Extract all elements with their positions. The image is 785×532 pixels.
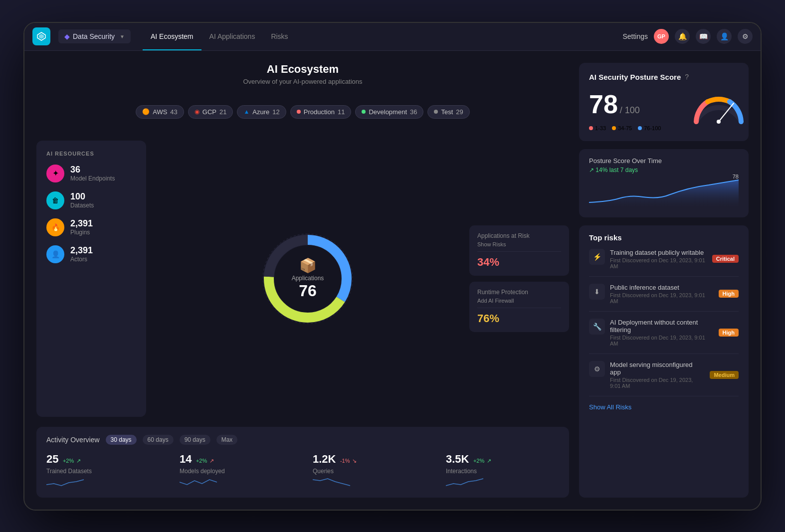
user-avatar[interactable]: GP	[654, 29, 669, 44]
score-denom: / 100	[620, 105, 640, 116]
production-dot	[297, 110, 301, 114]
risks-title: Top risks	[589, 233, 739, 242]
stat-queries-count: 1.2K	[313, 453, 336, 465]
datasets-icon: 🗑	[46, 191, 64, 209]
metric-runtime-value: 76%	[477, 312, 561, 325]
stat-queries-label: Queries	[313, 468, 426, 475]
development-dot	[362, 110, 366, 114]
cube-icon: 📦	[292, 257, 324, 274]
posture-time-card: Posture Score Over Time ↗ 14% last 7 day…	[579, 149, 749, 217]
risks-card: Top risks ⚡ Training dataset publicly wr…	[579, 225, 749, 498]
filter-production[interactable]: Production 11	[290, 105, 352, 119]
header: ◆ Data Security ▼ AI Ecosystem AI Applic…	[24, 23, 761, 51]
profile-icon[interactable]: 👤	[717, 29, 732, 44]
svg-point-8	[717, 120, 721, 124]
main-content: AI Ecosystem Overview of your AI-powered…	[24, 51, 761, 510]
svg-marker-1	[39, 34, 44, 39]
activity-stats: 25 +2% ↗ Trained Datasets	[46, 453, 559, 490]
resource-model-endpoints: ✦ 36 Model Endpoints	[46, 165, 136, 182]
time-90-days[interactable]: 90 days	[180, 435, 210, 445]
posture-card: AI Security Posture Score ? 78 / 100	[579, 63, 749, 141]
model-endpoints-label: Model Endpoints	[70, 175, 115, 182]
dashboard-main: AI RESOURCES ✦ 36 Model Endpoints 🗑 1	[36, 141, 569, 417]
metric-at-risk: Applications at Risk Show Risks 34%	[469, 225, 569, 276]
risk-name-1: Public inference dataset	[610, 284, 714, 291]
page-title: AI Ecosystem	[36, 63, 569, 76]
chevron-down-icon: ▼	[120, 34, 125, 39]
time-max[interactable]: Max	[216, 435, 238, 445]
donut-area: 📦 Applications 76	[156, 141, 459, 417]
azure-icon: ▲	[243, 108, 249, 115]
settings-gear-icon[interactable]: ⚙	[738, 29, 753, 44]
model-endpoints-count: 36	[70, 165, 115, 175]
stat-models-deployed: 14 +2% ↗ Models deployed	[180, 453, 293, 490]
show-all-risks-link[interactable]: Show All Risks	[589, 403, 739, 411]
stat-interactions-change: +2%	[473, 458, 484, 464]
stat-trained-change: +2%	[63, 458, 74, 464]
gcp-icon: ◉	[195, 108, 199, 115]
stat-models-count: 14	[180, 453, 192, 465]
posture-score-label: 78	[733, 174, 739, 179]
posture-time-change: ↗ 14% last 7 days	[589, 167, 739, 174]
book-icon[interactable]: 📖	[696, 29, 711, 44]
risk-item-3: ⚙ Model serving misconfigured app First …	[589, 361, 739, 396]
risk-name-3: Model serving misconfigured app	[610, 361, 705, 376]
risk-icon-1: ⬇	[589, 284, 605, 300]
posture-time-title: Posture Score Over Time	[589, 157, 739, 165]
page-title-area: AI Ecosystem Overview of your AI-powered…	[36, 63, 569, 85]
risk-name-2: AI Deployment without content filtering	[610, 319, 714, 334]
stat-trained-datasets: 25 +2% ↗ Trained Datasets	[46, 453, 160, 490]
plugins-label: Plugins	[70, 229, 93, 236]
stat-trained-label: Trained Datasets	[46, 468, 160, 475]
filter-aws[interactable]: 🟠 AWS 43	[136, 105, 184, 119]
legend-dot-high	[638, 126, 642, 130]
activity-title: Activity Overview	[46, 436, 100, 444]
donut-chart: 📦 Applications 76	[253, 224, 363, 334]
score-legend: 1-33 34-75 76-100	[589, 125, 739, 131]
legend-dot-low	[589, 126, 593, 130]
risk-date-1: First Discovered on Dec 19, 2023, 9:01 A…	[610, 292, 714, 304]
data-security-label: Data Security	[73, 32, 115, 40]
risk-name-0: Training dataset publicly writable	[610, 249, 707, 256]
right-panel: AI Security Posture Score ? 78 / 100	[579, 63, 749, 498]
nav-tab-risks[interactable]: Risks	[263, 22, 296, 50]
device-frame: ◆ Data Security ▼ AI Ecosystem AI Applic…	[23, 22, 762, 511]
add-firewall-link[interactable]: Add AI Firewall	[477, 298, 561, 304]
left-center-panel: AI Ecosystem Overview of your AI-powered…	[36, 63, 569, 498]
filter-gcp[interactable]: ◉ GCP 21	[188, 105, 233, 119]
ai-resources-label: AI RESOURCES	[46, 151, 136, 157]
posture-title: AI Security Posture Score	[589, 73, 681, 81]
help-icon[interactable]: ?	[685, 73, 689, 81]
risk-icon-0: ⚡	[589, 249, 605, 265]
risk-badge-3: Medium	[710, 371, 739, 379]
actors-icon: 👤	[46, 245, 64, 263]
risk-badge-1: High	[719, 290, 739, 298]
data-security-selector[interactable]: ◆ Data Security ▼	[58, 29, 131, 43]
notifications-icon[interactable]: 🔔	[675, 29, 690, 44]
show-risks-link[interactable]: Show Risks	[477, 241, 561, 247]
time-30-days[interactable]: 30 days	[106, 435, 137, 445]
filter-test[interactable]: Test 29	[427, 105, 469, 119]
filter-development[interactable]: Development 36	[355, 105, 423, 119]
logo[interactable]	[32, 27, 50, 45]
mini-chart-trained	[46, 475, 86, 490]
time-60-days[interactable]: 60 days	[143, 435, 174, 445]
nav-tab-ecosystem[interactable]: AI Ecosystem	[143, 22, 201, 50]
resource-plugins: 🔥 2,391 Plugins	[46, 218, 136, 236]
filter-azure[interactable]: ▲ Azure 12	[237, 105, 286, 119]
nav-tab-applications[interactable]: AI Applications	[201, 22, 263, 50]
mini-chart-interactions	[446, 475, 486, 490]
model-endpoints-icon: ✦	[46, 165, 64, 182]
legend-mid: 34-75	[612, 125, 632, 131]
nav-tabs: AI Ecosystem AI Applications Risks	[143, 22, 622, 50]
settings-label[interactable]: Settings	[622, 32, 648, 40]
stat-interactions-count: 3.5K	[446, 453, 469, 465]
actors-count: 2,391	[70, 245, 93, 256]
legend-high: 76-100	[638, 125, 661, 131]
stat-models-label: Models deployed	[180, 468, 293, 475]
mini-chart-queries	[313, 475, 353, 490]
metrics-panel: Applications at Risk Show Risks 34% Runt…	[469, 141, 569, 417]
risk-item-1: ⬇ Public inference dataset First Discove…	[589, 284, 739, 312]
datasets-label: Datasets	[70, 202, 94, 209]
header-right: Settings GP 🔔 📖 👤 ⚙	[622, 29, 753, 44]
